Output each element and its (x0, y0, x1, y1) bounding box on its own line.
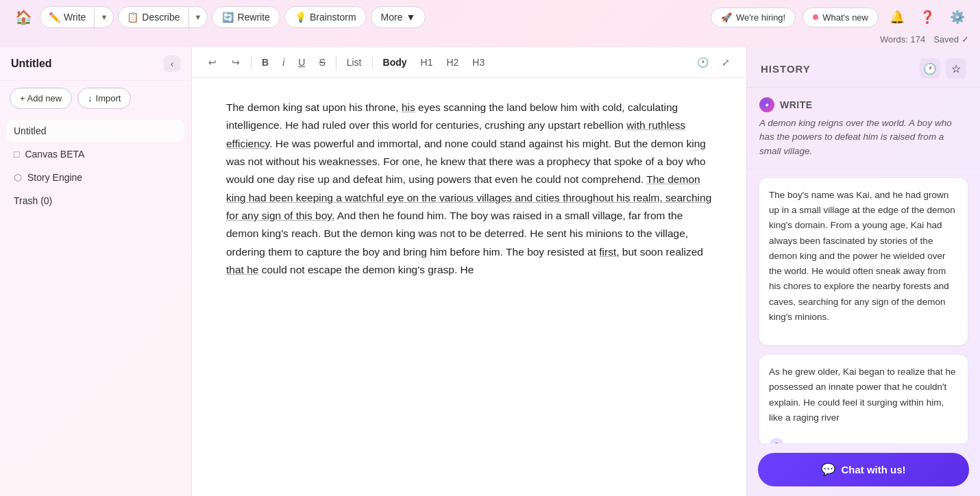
chat-button[interactable]: 💬 Chat with us! (758, 453, 969, 486)
sidebar-header: Untitled ‹ (0, 47, 191, 81)
story-engine-icon: ⬡ (14, 172, 22, 183)
toolbar-separator-2 (336, 55, 336, 69)
strikethrough-button[interactable]: S (314, 55, 330, 70)
settings-icon: ⚙️ (950, 10, 965, 25)
notification-dot (813, 14, 818, 20)
import-label: Import (96, 93, 121, 103)
describe-label: Describe (142, 12, 180, 23)
history-icon-button[interactable]: 🕐 (693, 53, 712, 72)
top-bar: 🏠 ✏️ Write ▼ 📋 Describe ▼ 🔄 Rewrite 💡 Br… (0, 0, 980, 34)
sidebar: Untitled ‹ + Add new ↓ Import Untitled □… (0, 47, 192, 496)
words-bar: Words: 174 Saved ✓ (0, 34, 980, 47)
underlined-first: first (599, 246, 616, 258)
expand-button[interactable]: ⤢ (716, 53, 735, 72)
describe-main-button[interactable]: 📋 Describe (119, 7, 188, 27)
top-bar-right: 🚀 We're hiring! What's new 🔔 ❓ ⚙️ (711, 5, 969, 29)
sidebar-item-story-engine-label: Story Engine (27, 172, 82, 183)
history-header: HISTORY 🕐 ☆ (747, 47, 980, 88)
toolbar-separator-1 (251, 55, 252, 69)
chat-icon: 💬 (821, 462, 835, 477)
add-new-button[interactable]: + Add new (10, 88, 72, 109)
history-text-2: As he grew older, Kai began to realize t… (769, 364, 958, 425)
sidebar-item-story-engine[interactable]: ⬡ Story Engine (7, 166, 184, 188)
italic-button[interactable]: i (278, 55, 289, 70)
sidebar-nav: Untitled □ Canvas BETA ⬡ Story Engine Tr… (0, 116, 191, 216)
editor-toolbar: ↩ ↪ B i U S List Body H1 H2 H3 🕐 ⤢ (192, 47, 746, 78)
sidebar-item-trash[interactable]: Trash (0) (7, 190, 184, 212)
settings-button[interactable]: ⚙️ (946, 5, 969, 29)
bell-icon: 🔔 (890, 10, 905, 25)
add-new-label: + Add new (20, 93, 62, 103)
sidebar-collapse-button[interactable]: ‹ (164, 55, 180, 72)
rewrite-button[interactable]: 🔄 Rewrite (212, 6, 280, 28)
rewrite-label: Rewrite (237, 12, 269, 23)
underlined-ruthless-efficiency: with ruthless efficiency (226, 119, 685, 149)
write-main-button[interactable]: ✏️ Write (40, 7, 95, 27)
write-pen-icon: ✏️ (49, 12, 60, 23)
write-section-label: WRITE (780, 99, 813, 110)
question-icon: ❓ (920, 10, 935, 25)
redo-button[interactable]: ↪ (226, 53, 245, 72)
whats-new-label: What's new (822, 12, 868, 23)
bold-button[interactable]: B (257, 55, 273, 70)
body-button[interactable]: Body (378, 55, 412, 70)
write-dropdown-button[interactable]: ▼ (95, 8, 113, 26)
main-layout: Untitled ‹ + Add new ↓ Import Untitled □… (0, 47, 980, 496)
underlined-watchful-eye: The demon king had been keeping a watchf… (226, 173, 711, 221)
more-button[interactable]: More ▼ (371, 6, 426, 28)
more-label: More (381, 12, 403, 23)
write-logo-icon: ✦ (764, 101, 770, 109)
history-clock-btn[interactable]: 🕐 (920, 58, 940, 79)
describe-dropdown-button[interactable]: ▼ (189, 8, 208, 26)
undo-icon: ↩ (208, 57, 217, 68)
more-chevron-icon: ▼ (406, 12, 416, 23)
write-prompt-text: A demon king reigns over the world. A bo… (759, 116, 968, 158)
h2-button[interactable]: H2 (441, 55, 463, 70)
home-button[interactable]: 🏠 (11, 5, 36, 29)
word-count: Words: 174 (880, 34, 925, 45)
history-bubble-2: As he grew older, Kai began to realize t… (759, 355, 968, 443)
sidebar-item-trash-label: Trash (0) (14, 195, 52, 206)
brainstorm-button[interactable]: 💡 Brainstorm (284, 6, 367, 28)
brainstorm-icon: 💡 (295, 12, 306, 23)
write-header: ✦ WRITE (759, 97, 968, 112)
right-panel: HISTORY 🕐 ☆ ✦ WRITE A demon king reigns … (747, 47, 980, 496)
saved-label: Saved (933, 34, 959, 45)
underline-button[interactable]: U (293, 55, 310, 70)
check-icon: ✓ (961, 34, 969, 45)
write-button-group: ✏️ Write ▼ (40, 6, 114, 28)
describe-button-group: 📋 Describe ▼ (118, 6, 208, 28)
expand-icon: ⤢ (722, 57, 730, 68)
history-star-btn[interactable]: ☆ (946, 58, 966, 79)
saved-status: Saved ✓ (933, 34, 969, 45)
write-logo: ✦ (759, 97, 774, 112)
rocket-icon: 🚀 (721, 12, 732, 23)
undo-button[interactable]: ↩ (203, 53, 222, 72)
h1-button[interactable]: H1 (416, 55, 438, 70)
h3-button[interactable]: H3 (467, 55, 489, 70)
sidebar-item-untitled[interactable]: Untitled (7, 120, 184, 142)
write-label: Write (64, 12, 86, 23)
import-button[interactable]: ↓ Import (77, 88, 131, 109)
history-bubble-1: The boy's name was Kai, and he had grown… (759, 178, 968, 345)
bell-button[interactable]: 🔔 (885, 5, 909, 29)
editor-content[interactable]: The demon king sat upon his throne, his … (192, 78, 746, 496)
help-button[interactable]: ❓ (916, 5, 939, 29)
sidebar-title: Untitled (11, 58, 52, 70)
history-text-1: The boy's name was Kai, and he had grown… (769, 188, 958, 325)
underlined-his: his (402, 101, 415, 113)
history-title: HISTORY (761, 63, 811, 75)
describe-icon: 📋 (127, 12, 138, 23)
sidebar-actions: + Add new ↓ Import (0, 81, 191, 116)
history-clock-icon: 🕐 (697, 57, 709, 68)
hiring-button[interactable]: 🚀 We're hiring! (711, 8, 796, 27)
top-bar-left: 🏠 ✏️ Write ▼ 📋 Describe ▼ 🔄 Rewrite 💡 Br… (11, 5, 426, 29)
editor-area: ↩ ↪ B i U S List Body H1 H2 H3 🕐 ⤢ (192, 47, 747, 496)
brainstorm-label: Brainstorm (310, 12, 356, 23)
sidebar-item-canvas[interactable]: □ Canvas BETA (7, 143, 184, 165)
canvas-icon: □ (14, 149, 19, 160)
rewrite-icon: 🔄 (222, 12, 234, 23)
whats-new-button[interactable]: What's new (803, 8, 879, 27)
editor-paragraph: The demon king sat upon his throne, his … (226, 99, 712, 279)
list-button[interactable]: List (342, 55, 367, 70)
